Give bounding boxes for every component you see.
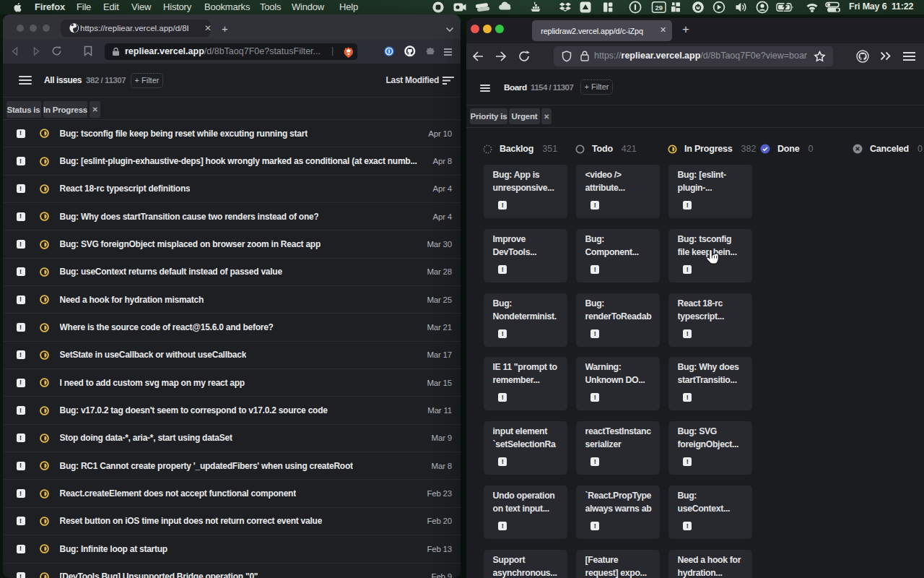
svg-text:29: 29 (655, 4, 663, 12)
